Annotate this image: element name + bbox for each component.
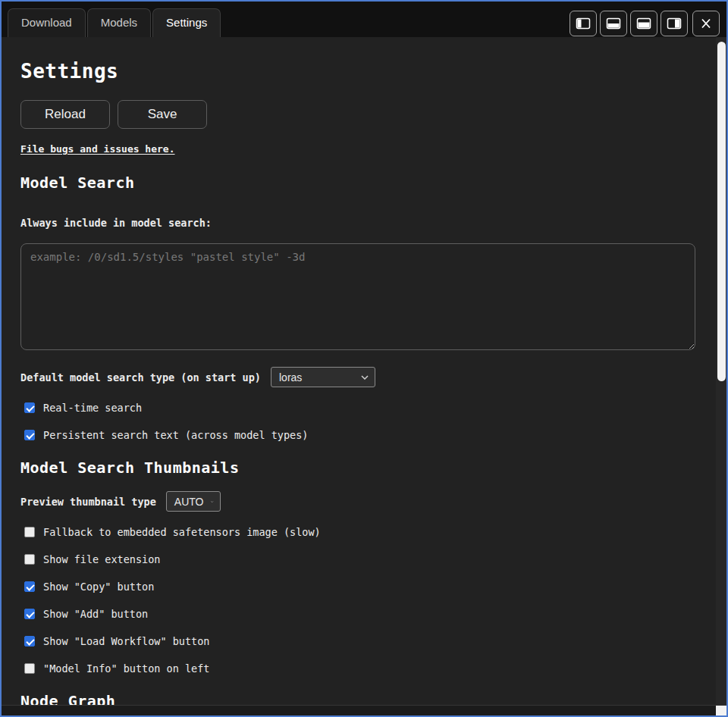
- tab-settings[interactable]: Settings: [152, 8, 221, 37]
- checkbox-label: Show "Copy" button: [43, 581, 154, 593]
- checkbox[interactable]: [24, 663, 35, 674]
- section-node-graph: Node Graph: [20, 692, 695, 705]
- horizontal-scrollbar[interactable]: [2, 705, 726, 715]
- chevron-down-icon: [361, 375, 369, 380]
- reload-button[interactable]: Reload: [20, 100, 110, 129]
- checkbox-label: Show "Load Workflow" button: [43, 635, 209, 647]
- checkbox-label: Fallback to embedded safetensors image (…: [43, 526, 321, 538]
- dock-bottom-expand-button[interactable]: [630, 11, 657, 36]
- vertical-scrollbar-thumb[interactable]: [717, 42, 726, 381]
- app-window: Download Models Settings: [0, 0, 728, 717]
- dock-right-button[interactable]: [661, 11, 688, 36]
- window-buttons: [570, 11, 726, 36]
- page-title: Settings: [20, 60, 695, 83]
- dock-right-icon: [667, 17, 682, 30]
- close-button[interactable]: [692, 11, 720, 36]
- checkbox-label: Persistent search text (across model typ…: [43, 429, 309, 441]
- checkbox[interactable]: [24, 430, 35, 440]
- checkbox-row-fallback-safetensors[interactable]: Fallback to embedded safetensors image (…: [20, 526, 321, 538]
- horizontal-scrollbar-track[interactable]: [2, 706, 716, 715]
- section-model-search-thumbnails: Model Search Thumbnails: [20, 459, 695, 477]
- tab-strip: Download Models Settings: [8, 8, 221, 37]
- tab-models[interactable]: Models: [87, 8, 151, 37]
- close-icon: [699, 17, 713, 30]
- always-include-label: Always include in model search:: [20, 217, 695, 229]
- select-value: AUTO: [174, 496, 204, 508]
- section-model-search: Model Search: [20, 174, 695, 192]
- dock-bottom-button[interactable]: [600, 11, 627, 36]
- select-value: loras: [279, 371, 353, 384]
- chevron-down-icon: [211, 499, 213, 504]
- preview-thumbnail-type-row: Preview thumbnail type AUTO: [20, 491, 695, 512]
- checkbox-label: "Model Info" button on left: [43, 662, 209, 675]
- checkbox-row-show-add-button[interactable]: Show "Add" button: [20, 608, 148, 620]
- checkbox-label: Show file extension: [43, 553, 160, 565]
- dock-left-button[interactable]: [570, 11, 597, 36]
- main-region: Settings Reload Save File bugs and issue…: [2, 37, 726, 705]
- preview-thumbnail-type-select[interactable]: AUTO: [166, 491, 221, 512]
- preview-thumbnail-type-label: Preview thumbnail type: [20, 496, 156, 508]
- default-search-type-select[interactable]: loras: [271, 367, 375, 387]
- vertical-scrollbar[interactable]: [716, 37, 726, 705]
- tab-download[interactable]: Download: [8, 8, 86, 37]
- checkbox-row-model-info-left[interactable]: "Model Info" button on left: [20, 662, 209, 675]
- save-button[interactable]: Save: [118, 100, 207, 129]
- checkbox-row-persistent-search[interactable]: Persistent search text (across model typ…: [20, 429, 309, 441]
- always-include-textarea[interactable]: [20, 243, 695, 350]
- checkbox[interactable]: [24, 636, 35, 647]
- checkbox[interactable]: [24, 554, 35, 565]
- checkbox-row-show-file-extension[interactable]: Show file extension: [20, 553, 160, 565]
- checkbox-label: Real-time search: [43, 402, 142, 414]
- checkbox[interactable]: [24, 581, 35, 592]
- tab-bar: Download Models Settings: [2, 2, 726, 37]
- checkbox-row-show-copy-button[interactable]: Show "Copy" button: [20, 581, 154, 593]
- settings-panel: Settings Reload Save File bugs and issue…: [2, 37, 716, 705]
- checkbox[interactable]: [24, 402, 35, 413]
- checkbox-label: Show "Add" button: [43, 608, 148, 620]
- checkbox[interactable]: [24, 609, 35, 619]
- scrollbar-corner: [716, 706, 726, 715]
- dock-bottom-icon: [606, 17, 621, 30]
- dock-bottom-expand-icon: [636, 17, 651, 30]
- checkbox-row-realtime-search[interactable]: Real-time search: [20, 402, 142, 414]
- action-buttons: Reload Save: [20, 100, 695, 129]
- checkbox[interactable]: [24, 527, 35, 537]
- default-search-type-row: Default model search type (on start up) …: [20, 367, 695, 387]
- file-bugs-link[interactable]: File bugs and issues here.: [20, 143, 175, 155]
- default-search-type-label: Default model search type (on start up): [20, 371, 261, 384]
- checkbox-row-show-load-workflow-button[interactable]: Show "Load Workflow" button: [20, 635, 209, 647]
- dock-left-icon: [576, 17, 591, 30]
